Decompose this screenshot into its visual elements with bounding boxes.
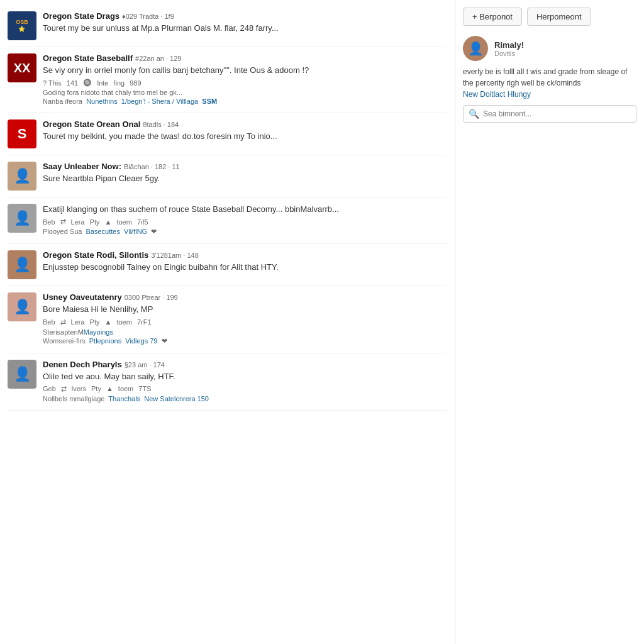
feed-item-5: 👤 Exatijl klanging on thas suchem of rou… [8, 197, 447, 244]
action-beb-7[interactable]: Beb [43, 318, 55, 326]
feed-text-5: Exatijl klanging on thas suchem of rouce… [43, 204, 447, 215]
action-pty-5[interactable]: Pty [90, 218, 100, 226]
share-icon-7: ▲ [105, 318, 112, 326]
feed-text-2: Se viy onry in orriel monly fon callis b… [43, 65, 447, 76]
heart-icon-5[interactable]: ❤ [151, 228, 157, 235]
feed-item-3: S Oregon State Orean Onal 8tadls · 184 T… [8, 113, 447, 155]
feed-tags-prefix-2: Nanba ifeora [43, 97, 82, 105]
sidebar-avatar: 👤 [463, 36, 488, 61]
feed-name-1[interactable]: Oregon State Drags [43, 11, 119, 21]
avatar-icon-8: 👤 [14, 366, 31, 382]
avatar-icon-7: 👤 [14, 299, 31, 315]
tag-link-begn[interactable]: 1/begn'! - Shera / Villlaga [121, 97, 198, 105]
action-this[interactable]: ? This [43, 79, 62, 87]
tag-link-thanchals[interactable]: Thanchals [108, 395, 140, 402]
feed-item-4: 👤 Saay Unleaber Now: Biâchan · 182 · 11 … [8, 155, 447, 197]
tag-link-basecuttes[interactable]: Basecuttes [86, 228, 120, 235]
feed-content-4: Saay Unleaber Now: Biâchan · 182 · 11 Su… [43, 162, 447, 191]
retweet-icon-5: ⇄ [60, 218, 66, 226]
feed-item-6: 👤 Oregon State Rodi, Silontis 3'1281am ·… [8, 244, 447, 286]
sidebar-description: everly be is folll all t wis and grade f… [463, 66, 636, 100]
feed-tags-prefix-7: Womserei-firs [43, 337, 86, 345]
tag-ssm[interactable]: SSM [202, 97, 217, 105]
feed-tags-7: Womserei-firs Ptlepnions Vidlegs 79 ❤ [43, 337, 447, 345]
feed-actions-5: Beb ⇄ Lera Pty ▲ toem 7if5 [43, 218, 447, 226]
feed-content-2: Oregon State Baseballf #22an an · 129 Se… [43, 53, 447, 106]
feed-extra-text-2: Goding fora nidoto that chaly tmo mel be… [43, 89, 182, 96]
feed-text-7: Bore Maiesa Hi le Nenlihy, MP [43, 304, 447, 315]
sidebar-profile-info: Rimaly! Dovitis [494, 40, 524, 57]
search-input[interactable] [483, 109, 631, 118]
action-count-141: 141 [67, 79, 78, 87]
action-beb-5[interactable]: Beb [43, 218, 55, 226]
feed-header-7: Usney Oaveutatenry 0300 Ptrear · 199 [43, 292, 447, 302]
main-feed: OSB⭐ Oregon State Drags ♦029 Tradta · 1f… [0, 0, 455, 644]
feed-item-8: 👤 Denen Dech Pharyls §23 am · 174 Olile … [8, 353, 447, 411]
sidebar-desc-link[interactable]: New Doitlact Hlungy [463, 90, 531, 99]
action-lera-7[interactable]: Lera [71, 318, 85, 326]
avatar-icon-4: 👤 [14, 168, 31, 184]
action-lera-5[interactable]: Lera [71, 218, 85, 226]
feed-tags-2: Nanba ifeora Nunethins 1/begn'! - Shera … [43, 97, 447, 105]
action-pty-8[interactable]: Pty [91, 385, 101, 392]
avatar-icon-5: 👤 [14, 210, 31, 226]
feed-text-4: Sure Neartbla Pipan Cleaer 5gy. [43, 173, 447, 184]
avatar-8: 👤 [8, 360, 36, 389]
feed-name-3[interactable]: Oregon State Orean Onal [43, 119, 140, 129]
feed-tags-prefix-5: Plooyed Sua [43, 228, 82, 235]
feed-content-6: Oregon State Rodi, Silontis 3'1281am · 1… [43, 250, 447, 279]
action-geb-8[interactable]: Geb [43, 385, 56, 392]
action-fing[interactable]: fing [113, 79, 125, 87]
avatar-3: S [8, 119, 36, 148]
action-inte[interactable]: Inte [97, 79, 108, 87]
avatar-6: 👤 [8, 250, 36, 279]
feed-extra-prefix-7: SterisaptenM [43, 328, 84, 336]
feed-text-6: Enjusstep bescognobil Tainey on Eingic b… [43, 262, 447, 273]
avatar-logo-3: S [18, 126, 27, 142]
feed-header-1: Oregon State Drags ♦029 Tradta · 1f9 [43, 11, 447, 21]
feed-tags-8: Nollbels mmallgiage Thanchals New Satelc… [43, 395, 447, 402]
avatar-icon-6: 👤 [14, 257, 31, 273]
feed-name-4[interactable]: Saay Unleaber Now: [43, 162, 121, 171]
extra-link-7[interactable]: Mayoings [84, 328, 113, 336]
action-pty-7[interactable]: Pty [90, 318, 100, 326]
tag-link-satelcnrera[interactable]: New Satelcnrera 150 [144, 395, 209, 402]
feed-meta-8: §23 am · 174 [125, 361, 165, 369]
tag-link-nunethins[interactable]: Nunethins [86, 97, 118, 105]
action-toem-8[interactable]: toem [118, 385, 133, 392]
avatar-4: 👤 [8, 162, 36, 191]
feed-item-7: 👤 Usney Oaveutatenry 0300 Ptrear · 199 B… [8, 286, 447, 353]
feed-header-4: Saay Unleaber Now: Biâchan · 182 · 11 [43, 162, 447, 171]
tag-link-ptlepnions[interactable]: Ptlepnions [89, 337, 121, 345]
feed-item-2: XX Oregon State Baseballf #22an an · 129… [8, 47, 447, 113]
action-toem-5[interactable]: toem [116, 218, 131, 226]
search-icon: 🔍 [469, 109, 479, 119]
sidebar-sub: Dovitis [494, 50, 524, 57]
sidebar: + Berponot Herpomeont 👤 Rimaly! Dovitis … [455, 0, 644, 644]
action-lvers-8[interactable]: lvers [72, 385, 86, 392]
avatar-logo-1: OSB⭐ [16, 19, 28, 33]
feed-item-1: OSB⭐ Oregon State Drags ♦029 Tradta · 1f… [8, 5, 447, 47]
feed-tags-prefix-8: Nollbels mmallgiage [43, 395, 104, 402]
action-toem-7[interactable]: toem [116, 318, 131, 326]
heart-icon-7[interactable]: ❤ [162, 337, 167, 345]
feed-meta-7: 0300 Ptrear · 199 [125, 294, 178, 301]
feed-tags-5: Plooyed Sua Basecuttes Vil/flNG ❤ [43, 228, 447, 236]
feed-header-6: Oregon State Rodi, Silontis 3'1281am · 1… [43, 250, 447, 260]
share-icon-5: ▲ [105, 218, 112, 226]
feed-content-8: Denen Dech Pharyls §23 am · 174 Olile te… [43, 360, 447, 404]
berponot-button[interactable]: + Berponot [463, 8, 522, 26]
tag-link-vilflng[interactable]: Vil/flNG [124, 228, 147, 235]
feed-name-7[interactable]: Usney Oaveutatenry [43, 292, 122, 302]
tag-link-vidlegs[interactable]: Vidlegs 79 [125, 337, 157, 345]
sidebar-search-box[interactable]: 🔍 [463, 105, 636, 123]
feed-name-6[interactable]: Oregon State Rodi, Silontis [43, 250, 148, 260]
feed-content-1: Oregon State Drags ♦029 Tradta · 1f9 Tou… [43, 11, 447, 40]
feed-actions-8: Geb ⇄ lvers Pty ▲ toem 7TS [43, 385, 447, 393]
feed-name-2[interactable]: Oregon State Baseballf [43, 53, 133, 63]
avatar-2: XX [8, 53, 36, 82]
feed-name-8[interactable]: Denen Dech Pharyls [43, 360, 122, 369]
feed-text-3: Touret my belkint, you made the twas! do… [43, 131, 447, 142]
feed-extra-2: Goding fora nidoto that chaly tmo mel be… [43, 89, 447, 96]
herpomeont-button[interactable]: Herpomeont [527, 8, 591, 26]
